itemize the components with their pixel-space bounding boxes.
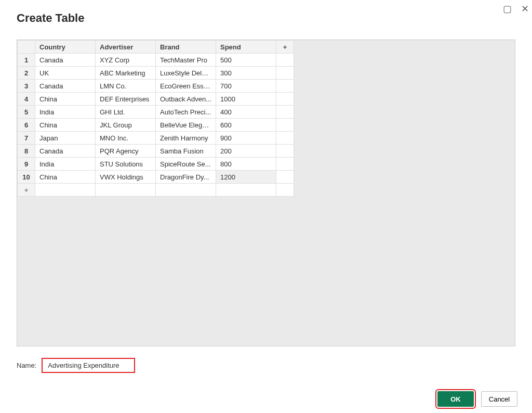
add-column-button[interactable]: +	[276, 41, 294, 54]
cell-country[interactable]: India	[35, 158, 96, 171]
cell-spend[interactable]: 900	[216, 132, 276, 145]
cell-country[interactable]: Canada	[35, 145, 96, 158]
cell-advertiser[interactable]: GHI Ltd.	[96, 106, 156, 119]
row-number[interactable]: 10	[18, 171, 35, 184]
cell-empty	[276, 171, 294, 184]
dialog-title: Create Table	[0, 0, 532, 25]
cell-advertiser[interactable]: LMN Co.	[96, 80, 156, 93]
column-header-country[interactable]: Country	[35, 41, 96, 54]
cell-country[interactable]: China	[35, 171, 96, 184]
cell-spend[interactable]: 1000	[216, 93, 276, 106]
cell-country[interactable]: Canada	[35, 54, 96, 67]
cell-spend[interactable]: 600	[216, 119, 276, 132]
table-row[interactable]: 6ChinaJKL GroupBelleVue Elega...600	[18, 119, 294, 132]
row-number[interactable]: 1	[18, 54, 35, 67]
cell-advertiser[interactable]: MNO Inc.	[96, 132, 156, 145]
ok-button[interactable]: OK	[437, 391, 474, 407]
row-number[interactable]: 2	[18, 67, 35, 80]
name-label: Name:	[17, 362, 36, 369]
cell-empty	[276, 132, 294, 145]
cell-brand[interactable]: Samba Fusion	[156, 145, 216, 158]
cell-empty	[276, 54, 294, 67]
table-row[interactable]: 9IndiaSTU SolutionsSpiceRoute Se...800	[18, 158, 294, 171]
cell-advertiser[interactable]: XYZ Corp	[96, 54, 156, 67]
cell-empty	[276, 106, 294, 119]
row-number[interactable]: 5	[18, 106, 35, 119]
table-row[interactable]: 8CanadaPQR AgencySamba Fusion200	[18, 145, 294, 158]
row-number[interactable]: 8	[18, 145, 35, 158]
cell-brand[interactable]: BelleVue Elega...	[156, 119, 216, 132]
close-icon[interactable]: ✕	[521, 3, 529, 15]
table-row[interactable]: 2UKABC MarketingLuxeStyle Deluxe300	[18, 67, 294, 80]
column-header-spend[interactable]: Spend	[216, 41, 276, 54]
maximize-icon[interactable]: ▢	[503, 3, 512, 15]
cell-country[interactable]: China	[35, 93, 96, 106]
cancel-button[interactable]: Cancel	[481, 391, 517, 407]
cell-spend[interactable]: 300	[216, 67, 276, 80]
cell-spend[interactable]: 400	[216, 106, 276, 119]
cell-country[interactable]: Canada	[35, 80, 96, 93]
cell-spend[interactable]: 700	[216, 80, 276, 93]
row-number[interactable]: 6	[18, 119, 35, 132]
cell-empty	[276, 67, 294, 80]
cell-brand[interactable]: TechMaster Pro	[156, 54, 216, 67]
cell-spend[interactable]: 1200	[216, 171, 276, 184]
row-number[interactable]: 9	[18, 158, 35, 171]
cell-brand[interactable]: Zenith Harmony	[156, 132, 216, 145]
table-row[interactable]: 1CanadaXYZ CorpTechMaster Pro500	[18, 54, 294, 67]
cell-brand[interactable]: SpiceRoute Se...	[156, 158, 216, 171]
cell-country[interactable]: Japan	[35, 132, 96, 145]
row-number[interactable]: 4	[18, 93, 35, 106]
cell-advertiser[interactable]: JKL Group	[96, 119, 156, 132]
cell-empty	[276, 119, 294, 132]
table-row[interactable]: 7JapanMNO Inc.Zenith Harmony900	[18, 132, 294, 145]
corner-cell	[18, 41, 35, 54]
cell-country[interactable]: China	[35, 119, 96, 132]
data-grid[interactable]: Country Advertiser Brand Spend + 1Canada…	[17, 40, 515, 346]
cell-advertiser[interactable]: STU Solutions	[96, 158, 156, 171]
cell-brand[interactable]: EcoGreen Esse...	[156, 80, 216, 93]
cell-brand[interactable]: LuxeStyle Deluxe	[156, 67, 216, 80]
row-number[interactable]: 7	[18, 132, 35, 145]
table-row[interactable]: 3CanadaLMN Co.EcoGreen Esse...700	[18, 80, 294, 93]
column-header-advertiser[interactable]: Advertiser	[96, 41, 156, 54]
column-header-brand[interactable]: Brand	[156, 41, 216, 54]
table-row[interactable]: 4ChinaDEF EnterprisesOutback Adven...100…	[18, 93, 294, 106]
cell-empty	[276, 93, 294, 106]
table-row[interactable]: 5IndiaGHI Ltd.AutoTech Preci...400	[18, 106, 294, 119]
table-row[interactable]: 10ChinaVWX HoldingsDragonFire Dy...1200	[18, 171, 294, 184]
cell-empty	[276, 80, 294, 93]
cell-spend[interactable]: 200	[216, 145, 276, 158]
cell-empty	[276, 145, 294, 158]
cell-brand[interactable]: Outback Adven...	[156, 93, 216, 106]
add-row-button[interactable]: +	[18, 184, 35, 197]
cell-country[interactable]: India	[35, 106, 96, 119]
cell-advertiser[interactable]: VWX Holdings	[96, 171, 156, 184]
cell-advertiser[interactable]: PQR Agency	[96, 145, 156, 158]
table-name-input[interactable]	[42, 358, 135, 373]
cell-spend[interactable]: 500	[216, 54, 276, 67]
cell-brand[interactable]: AutoTech Preci...	[156, 106, 216, 119]
cell-advertiser[interactable]: ABC Marketing	[96, 67, 156, 80]
cell-brand[interactable]: DragonFire Dy...	[156, 171, 216, 184]
row-number[interactable]: 3	[18, 80, 35, 93]
cell-advertiser[interactable]: DEF Enterprises	[96, 93, 156, 106]
cell-country[interactable]: UK	[35, 67, 96, 80]
cell-empty	[276, 158, 294, 171]
cell-spend[interactable]: 800	[216, 158, 276, 171]
